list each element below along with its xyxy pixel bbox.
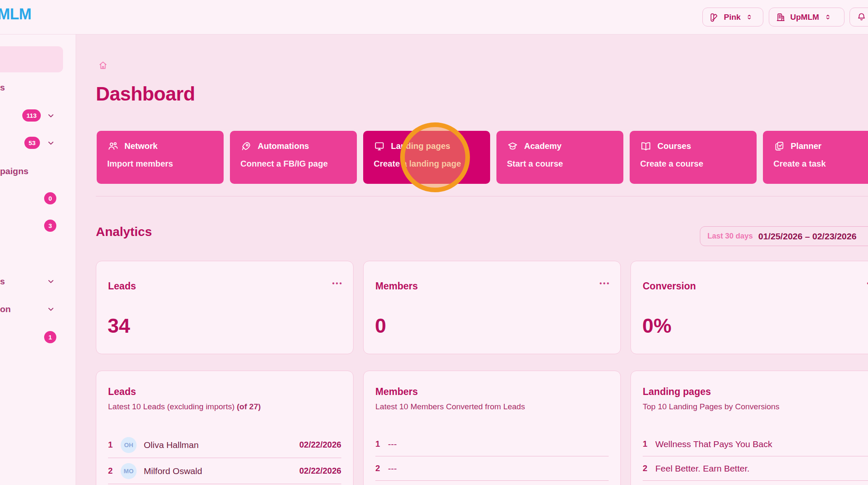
quick-action-automations[interactable]: Automations Connect a FB/IG page bbox=[230, 131, 357, 184]
landing-page-name: Feel Better. Earn Better. bbox=[655, 464, 868, 474]
list-subtitle-text: Latest 10 Leads (excluding imports) bbox=[108, 402, 237, 411]
quick-action-planner[interactable]: Planner Create a task bbox=[763, 131, 868, 184]
sidebar-item-label[interactable]: s bbox=[0, 81, 5, 94]
workspace-selector-button[interactable]: UpMLM bbox=[769, 8, 844, 27]
member-row[interactable]: 2 --- bbox=[375, 456, 609, 481]
quick-action-subtitle: Create a course bbox=[640, 159, 746, 169]
list-card-leads: Leads Latest 10 Leads (excluding imports… bbox=[96, 371, 354, 485]
lead-row[interactable]: 2 MO Milford Oswald 02/22/2026 bbox=[108, 458, 341, 484]
landing-page-row[interactable]: 1 Wellness That Pays You Back bbox=[643, 432, 868, 456]
list-subtitle: Top 10 Landing Pages by Conversions bbox=[643, 402, 779, 411]
lead-date: 02/22/2026 bbox=[299, 466, 341, 476]
quick-action-courses[interactable]: Courses Create a course bbox=[630, 131, 757, 184]
date-range-preset: Last 30 days bbox=[707, 232, 753, 241]
analytics-section-title: Analytics bbox=[96, 225, 152, 239]
row-index: 2 bbox=[375, 464, 388, 473]
list-title: Members bbox=[375, 386, 418, 398]
sidebar-item-label[interactable]: on bbox=[0, 303, 11, 315]
lead-name: Oliva Hallman bbox=[144, 440, 299, 450]
rocket-icon bbox=[240, 140, 252, 152]
row-index: 2 bbox=[643, 464, 655, 473]
sidebar-badge: 0 bbox=[44, 192, 56, 204]
quick-action-subtitle: Create a task bbox=[773, 159, 868, 169]
lead-date: 02/22/2026 bbox=[299, 440, 341, 450]
stat-title: Leads bbox=[108, 281, 136, 292]
chevron-down-icon[interactable] bbox=[46, 111, 55, 120]
building-icon bbox=[776, 12, 786, 22]
chevron-down-icon[interactable] bbox=[46, 277, 55, 286]
sidebar-item-label[interactable]: s bbox=[0, 275, 5, 288]
landing-page-row[interactable]: 2 Feel Better. Earn Better. bbox=[643, 456, 868, 481]
sidebar-badge: 113 bbox=[22, 109, 41, 122]
stat-value: 34 bbox=[108, 314, 130, 337]
chevron-down-icon[interactable] bbox=[46, 305, 55, 314]
top-header: MLM Pink UpMLM bbox=[0, 0, 868, 34]
list-rows: 1 Wellness That Pays You Back 2 Feel Bet… bbox=[643, 432, 868, 481]
quick-action-subtitle: Import members bbox=[107, 159, 213, 169]
monitor-icon bbox=[374, 140, 385, 152]
main-content: Dashboard Network Import members bbox=[76, 34, 868, 485]
lists-row: Leads Latest 10 Leads (excluding imports… bbox=[96, 371, 868, 485]
chevron-updown-icon bbox=[824, 13, 832, 21]
row-index: 1 bbox=[108, 440, 121, 450]
lead-name: Milford Oswald bbox=[144, 466, 299, 476]
stat-value: 0% bbox=[642, 314, 671, 337]
graduation-cap-icon bbox=[507, 140, 518, 152]
quick-action-landing-pages[interactable]: Landing pages Create a landing page bbox=[363, 131, 490, 184]
avatar: MO bbox=[121, 463, 137, 479]
stat-value: 0 bbox=[375, 314, 386, 337]
date-range-value: 01/25/2026 – 02/23/2026 bbox=[758, 231, 857, 241]
clipboard-check-icon bbox=[773, 140, 785, 152]
avatar: OH bbox=[121, 437, 137, 453]
people-icon bbox=[107, 140, 119, 152]
sidebar-badge: 1 bbox=[44, 331, 56, 343]
date-range-picker[interactable]: Last 30 days 01/25/2026 – 02/23/2026 bbox=[700, 226, 868, 246]
member-name: --- bbox=[388, 439, 609, 449]
ellipsis-menu-icon[interactable]: ••• bbox=[332, 280, 343, 287]
quick-action-subtitle: Start a course bbox=[507, 159, 613, 169]
lead-row[interactable]: 1 OH Oliva Hallman 02/22/2026 bbox=[108, 432, 341, 458]
quick-action-subtitle: Connect a FB/IG page bbox=[240, 159, 346, 169]
stat-title: Conversion bbox=[643, 281, 696, 292]
row-index: 1 bbox=[643, 439, 655, 449]
chevron-down-icon[interactable] bbox=[46, 138, 55, 148]
chevron-updown-icon bbox=[745, 13, 753, 21]
quick-actions-row: Network Import members Automations Conne… bbox=[97, 131, 868, 184]
sidebar-item-selected[interactable] bbox=[0, 46, 63, 72]
quick-action-title: Academy bbox=[524, 141, 562, 151]
quick-action-subtitle: Create a landing page bbox=[374, 159, 480, 169]
app-logo: MLM bbox=[0, 5, 31, 23]
sidebar-badge: 3 bbox=[44, 220, 56, 232]
theme-selector-label: Pink bbox=[724, 13, 741, 22]
list-title: Leads bbox=[108, 386, 136, 398]
list-rows: 1 --- 2 --- bbox=[375, 432, 609, 481]
home-icon[interactable] bbox=[98, 60, 108, 70]
list-subtitle: Latest 10 Members Converted from Leads bbox=[375, 402, 525, 411]
member-row[interactable]: 1 --- bbox=[375, 432, 609, 456]
stat-card-leads: Leads ••• 34 bbox=[96, 261, 354, 354]
theme-selector-button[interactable]: Pink bbox=[702, 8, 763, 27]
list-card-members: Members Latest 10 Members Converted from… bbox=[363, 371, 621, 485]
notifications-button[interactable] bbox=[850, 8, 868, 27]
quick-action-network[interactable]: Network Import members bbox=[97, 131, 224, 184]
quick-action-academy[interactable]: Academy Start a course bbox=[496, 131, 623, 184]
open-book-icon bbox=[640, 140, 652, 152]
ellipsis-menu-icon[interactable]: ••• bbox=[599, 280, 610, 287]
row-index: 1 bbox=[375, 439, 388, 449]
sidebar-nav: s 113 53 paigns 0 3 s on 1 bbox=[0, 34, 76, 485]
stat-title: Members bbox=[375, 281, 418, 292]
sidebar-badge: 53 bbox=[24, 137, 40, 149]
landing-page-name: Wellness That Pays You Back bbox=[655, 439, 868, 449]
list-rows: 1 OH Oliva Hallman 02/22/2026 2 MO Milfo… bbox=[108, 432, 341, 484]
list-card-landing-pages: Landing pages Top 10 Landing Pages by Co… bbox=[631, 371, 868, 485]
stats-row: Leads ••• 34 Members ••• 0 Conversion ••… bbox=[96, 261, 868, 354]
list-subtitle-count: (of 27) bbox=[237, 402, 261, 411]
page-title: Dashboard bbox=[96, 82, 195, 105]
section-divider bbox=[96, 196, 868, 196]
quick-action-title: Network bbox=[124, 141, 158, 151]
quick-action-title: Automations bbox=[258, 141, 309, 151]
sidebar-item-label[interactable]: paigns bbox=[0, 165, 29, 178]
quick-action-title: Landing pages bbox=[391, 141, 450, 151]
row-index: 2 bbox=[108, 466, 121, 476]
stat-card-members: Members ••• 0 bbox=[363, 261, 621, 354]
